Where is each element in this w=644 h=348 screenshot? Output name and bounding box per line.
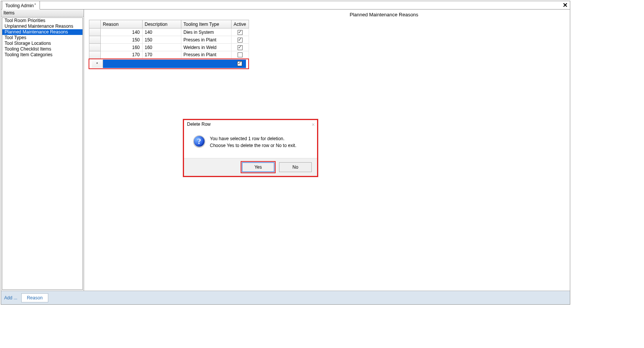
- dialog-message-line1: You have selected 1 row for deletion.: [210, 135, 296, 142]
- sidebar-item-label: Planned Maintenance Reasons: [5, 29, 68, 35]
- cell-type[interactable]: Dies in System: [181, 28, 231, 36]
- checkbox-icon[interactable]: [238, 30, 243, 35]
- dialog-close-icon[interactable]: ×: [312, 122, 315, 128]
- sidebar-item-label: Tool Storage Locations: [5, 41, 51, 46]
- col-header-description[interactable]: Description: [142, 20, 181, 28]
- bottom-bar: Add ... Reason: [1, 291, 570, 304]
- col-header-tooling-item-type[interactable]: Tooling Item Type: [181, 20, 231, 28]
- tab-tooling-admin[interactable]: Tooling Admin *: [2, 1, 40, 9]
- dialog-message-line2: Choose Yes to delete the row or No to ex…: [210, 142, 296, 149]
- sidebar-header: Items: [1, 9, 84, 17]
- row-selector-header: [89, 20, 100, 28]
- dialog-title-bar[interactable]: Delete Row ×: [184, 120, 317, 128]
- table-row[interactable]: 150 150 Presses in Plant: [89, 36, 249, 44]
- row-selector[interactable]: [89, 36, 100, 44]
- sidebar-item-tool-types[interactable]: Tool Types: [2, 35, 82, 41]
- sidebar-item-tooling-checklist-items[interactable]: Tooling Checklist Items: [2, 46, 82, 52]
- main-panel: Planned Maintenance Reasons Reason Descr…: [84, 9, 570, 291]
- sidebar: Items Tool Room Priorities Unplanned Mai…: [1, 9, 84, 291]
- cell-type[interactable]: Presses in Plant: [181, 36, 231, 44]
- table-row[interactable]: 160 160 Welders in Weld: [89, 44, 249, 51]
- cell-reason[interactable]: 160: [100, 44, 142, 51]
- yes-button[interactable]: Yes: [242, 162, 274, 172]
- cell-active[interactable]: [231, 36, 249, 44]
- checkbox-icon[interactable]: [237, 61, 242, 66]
- table-row[interactable]: 140 140 Dies in System: [89, 28, 249, 36]
- cell-description[interactable]: 160: [142, 44, 181, 51]
- dialog-button-row: Yes No: [184, 158, 317, 176]
- delete-row-dialog: Delete Row × ? You have selected 1 row f…: [183, 119, 318, 177]
- cell-type[interactable]: Presses in Plant: [181, 51, 231, 59]
- sidebar-item-label: Tool Room Priorities: [5, 18, 45, 23]
- cell-description[interactable]: 140: [142, 28, 181, 36]
- cell-description[interactable]: 170: [142, 51, 181, 59]
- sidebar-item-label: Tooling Checklist Items: [5, 46, 51, 52]
- row-selector[interactable]: [89, 51, 100, 59]
- new-row[interactable]: *: [89, 59, 249, 69]
- table-row[interactable]: 170 170 Presses in Plant: [89, 51, 249, 59]
- sidebar-item-label: Tool Types: [5, 35, 26, 40]
- add-reason-button[interactable]: Reason: [21, 293, 48, 302]
- col-header-reason[interactable]: Reason: [100, 20, 142, 28]
- grid-wrap: Reason Description Tooling Item Type Act…: [89, 20, 263, 69]
- cell-active[interactable]: [231, 44, 249, 51]
- sidebar-item-label: Unplanned Maintenance Reasons: [5, 24, 73, 29]
- col-header-active[interactable]: Active: [231, 20, 249, 28]
- close-icon[interactable]: ✕: [563, 2, 568, 9]
- sidebar-list[interactable]: Tool Room Priorities Unplanned Maintenan…: [2, 17, 83, 290]
- new-row-selector-icon[interactable]: *: [92, 60, 103, 68]
- cell-description[interactable]: 150: [142, 36, 181, 44]
- checkbox-icon[interactable]: [238, 38, 243, 43]
- row-selector[interactable]: [89, 44, 100, 51]
- add-label: Add ...: [4, 295, 17, 301]
- sidebar-item-label: Tooling Item Categories: [5, 52, 52, 57]
- new-row-fill[interactable]: [103, 60, 246, 68]
- cell-type[interactable]: Welders in Weld: [181, 44, 231, 51]
- tab-bar: Tooling Admin * ✕: [1, 1, 570, 9]
- sidebar-item-planned-maintenance-reasons[interactable]: Planned Maintenance Reasons: [2, 29, 82, 35]
- page-title: Planned Maintenance Reasons: [89, 12, 565, 17]
- question-icon: ?: [193, 135, 205, 147]
- sidebar-item-unplanned-maintenance-reasons[interactable]: Unplanned Maintenance Reasons: [2, 24, 82, 29]
- dialog-title: Delete Row: [187, 122, 211, 127]
- cell-active[interactable]: [231, 28, 249, 36]
- cell-active[interactable]: [231, 51, 249, 59]
- cell-reason[interactable]: 140: [100, 28, 142, 36]
- dialog-body: ? You have selected 1 row for deletion. …: [184, 128, 317, 158]
- cell-reason[interactable]: 150: [100, 36, 142, 44]
- sidebar-item-tooling-item-categories[interactable]: Tooling Item Categories: [2, 52, 82, 58]
- dialog-message: You have selected 1 row for deletion. Ch…: [210, 135, 296, 149]
- dirty-indicator-icon: *: [35, 3, 36, 6]
- app-window: Tooling Admin * ✕ Items Tool Room Priori…: [1, 1, 570, 305]
- row-selector[interactable]: [89, 28, 100, 36]
- no-button[interactable]: No: [279, 162, 312, 172]
- tab-label: Tooling Admin: [5, 3, 34, 8]
- sidebar-item-tool-storage-locations[interactable]: Tool Storage Locations: [2, 41, 82, 46]
- cell-reason[interactable]: 170: [100, 51, 142, 59]
- grid-header-row: Reason Description Tooling Item Type Act…: [89, 20, 249, 28]
- reasons-grid[interactable]: Reason Description Tooling Item Type Act…: [89, 20, 249, 69]
- checkbox-icon[interactable]: [238, 52, 243, 57]
- sidebar-item-tool-room-priorities[interactable]: Tool Room Priorities: [2, 18, 82, 24]
- checkbox-icon[interactable]: [238, 45, 243, 50]
